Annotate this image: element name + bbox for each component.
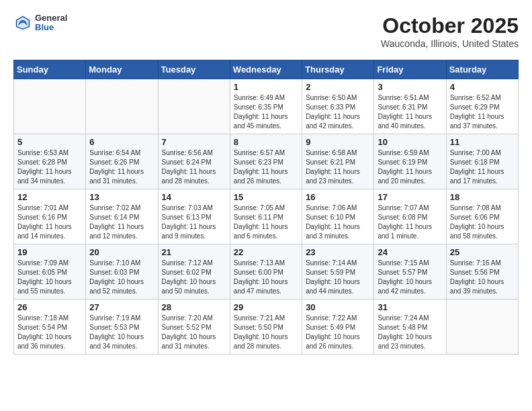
calendar-cell: 23Sunrise: 7:14 AM Sunset: 5:59 PM Dayli… — [302, 244, 374, 300]
day-info: Sunrise: 7:03 AM Sunset: 6:13 PM Dayligh… — [162, 203, 226, 241]
calendar-header-row: SundayMondayTuesdayWednesdayThursdayFrid… — [14, 60, 519, 79]
calendar-week-row: 19Sunrise: 7:09 AM Sunset: 6:05 PM Dayli… — [14, 244, 519, 300]
calendar-week-row: 12Sunrise: 7:01 AM Sunset: 6:16 PM Dayli… — [14, 189, 519, 244]
calendar-cell: 30Sunrise: 7:22 AM Sunset: 5:49 PM Dayli… — [302, 300, 374, 355]
day-number: 8 — [234, 137, 298, 147]
day-number: 27 — [89, 302, 154, 312]
day-info: Sunrise: 7:19 AM Sunset: 5:53 PM Dayligh… — [89, 314, 154, 351]
calendar-week-row: 1Sunrise: 6:49 AM Sunset: 6:35 PM Daylig… — [14, 79, 519, 134]
day-info: Sunrise: 6:58 AM Sunset: 6:21 PM Dayligh… — [306, 148, 370, 186]
calendar-table: SundayMondayTuesdayWednesdayThursdayFrid… — [13, 60, 519, 355]
day-number: 10 — [378, 137, 442, 147]
day-info: Sunrise: 6:59 AM Sunset: 6:19 PM Dayligh… — [378, 148, 442, 186]
calendar-cell: 29Sunrise: 7:21 AM Sunset: 5:50 PM Dayli… — [230, 300, 302, 355]
calendar-cell — [86, 79, 158, 134]
calendar-cell: 31Sunrise: 7:24 AM Sunset: 5:48 PM Dayli… — [374, 300, 446, 355]
logo-text: General Blue — [35, 13, 67, 33]
svg-marker-0 — [15, 15, 30, 30]
calendar-week-row: 5Sunrise: 6:53 AM Sunset: 6:28 PM Daylig… — [14, 134, 519, 189]
day-number: 28 — [162, 302, 226, 312]
day-number: 24 — [378, 247, 442, 257]
logo-icon — [13, 13, 32, 32]
calendar-cell: 15Sunrise: 7:05 AM Sunset: 6:11 PM Dayli… — [230, 189, 302, 244]
day-number: 3 — [378, 82, 442, 92]
day-number: 21 — [162, 247, 226, 257]
day-info: Sunrise: 6:51 AM Sunset: 6:31 PM Dayligh… — [378, 93, 442, 131]
calendar-cell — [446, 300, 518, 355]
column-header-tuesday: Tuesday — [158, 60, 230, 79]
location-subtitle: Wauconda, Illinois, United States — [381, 38, 519, 49]
day-number: 31 — [378, 302, 442, 312]
calendar-cell: 20Sunrise: 7:10 AM Sunset: 6:03 PM Dayli… — [86, 244, 158, 300]
calendar-cell: 8Sunrise: 6:57 AM Sunset: 6:23 PM Daylig… — [230, 134, 302, 189]
day-info: Sunrise: 7:16 AM Sunset: 5:56 PM Dayligh… — [450, 259, 515, 296]
day-info: Sunrise: 7:13 AM Sunset: 6:00 PM Dayligh… — [234, 259, 298, 296]
calendar-cell — [158, 79, 230, 134]
logo: General Blue — [13, 13, 67, 33]
day-info: Sunrise: 7:12 AM Sunset: 6:02 PM Dayligh… — [162, 259, 226, 296]
day-number: 2 — [306, 82, 370, 92]
calendar-cell: 21Sunrise: 7:12 AM Sunset: 6:02 PM Dayli… — [158, 244, 230, 300]
day-number: 29 — [234, 302, 298, 312]
logo-general-text: General — [35, 13, 67, 23]
day-number: 25 — [450, 247, 515, 257]
day-number: 1 — [234, 82, 298, 92]
calendar-cell: 6Sunrise: 6:54 AM Sunset: 6:26 PM Daylig… — [86, 134, 158, 189]
day-number: 26 — [17, 302, 82, 312]
day-info: Sunrise: 7:07 AM Sunset: 6:08 PM Dayligh… — [378, 203, 442, 241]
day-number: 13 — [89, 192, 154, 202]
day-info: Sunrise: 7:18 AM Sunset: 5:54 PM Dayligh… — [17, 314, 82, 351]
day-info: Sunrise: 7:10 AM Sunset: 6:03 PM Dayligh… — [89, 259, 154, 296]
logo-blue-text: Blue — [35, 23, 67, 32]
calendar-cell: 12Sunrise: 7:01 AM Sunset: 6:16 PM Dayli… — [14, 189, 86, 244]
calendar-cell: 17Sunrise: 7:07 AM Sunset: 6:08 PM Dayli… — [374, 189, 446, 244]
day-info: Sunrise: 7:09 AM Sunset: 6:05 PM Dayligh… — [17, 259, 82, 296]
day-number: 15 — [234, 192, 298, 202]
column-header-saturday: Saturday — [446, 60, 518, 79]
day-number: 11 — [450, 137, 515, 147]
day-info: Sunrise: 7:15 AM Sunset: 5:57 PM Dayligh… — [378, 259, 442, 296]
day-number: 17 — [378, 192, 442, 202]
day-number: 9 — [306, 137, 370, 147]
day-info: Sunrise: 7:20 AM Sunset: 5:52 PM Dayligh… — [162, 314, 226, 351]
day-number: 23 — [306, 247, 370, 257]
day-info: Sunrise: 7:06 AM Sunset: 6:10 PM Dayligh… — [306, 203, 370, 241]
day-info: Sunrise: 7:22 AM Sunset: 5:49 PM Dayligh… — [306, 314, 370, 351]
day-info: Sunrise: 7:05 AM Sunset: 6:11 PM Dayligh… — [234, 203, 298, 241]
calendar-cell: 9Sunrise: 6:58 AM Sunset: 6:21 PM Daylig… — [302, 134, 374, 189]
calendar-cell: 2Sunrise: 6:50 AM Sunset: 6:33 PM Daylig… — [302, 79, 374, 134]
day-info: Sunrise: 6:52 AM Sunset: 6:29 PM Dayligh… — [450, 93, 515, 131]
day-info: Sunrise: 7:08 AM Sunset: 6:06 PM Dayligh… — [450, 203, 515, 241]
calendar-cell: 16Sunrise: 7:06 AM Sunset: 6:10 PM Dayli… — [302, 189, 374, 244]
day-number: 20 — [89, 247, 154, 257]
calendar-cell: 26Sunrise: 7:18 AM Sunset: 5:54 PM Dayli… — [14, 300, 86, 355]
day-number: 18 — [450, 192, 515, 202]
day-info: Sunrise: 6:56 AM Sunset: 6:24 PM Dayligh… — [162, 148, 226, 186]
day-info: Sunrise: 6:54 AM Sunset: 6:26 PM Dayligh… — [89, 148, 154, 186]
calendar-cell: 18Sunrise: 7:08 AM Sunset: 6:06 PM Dayli… — [446, 189, 518, 244]
day-number: 6 — [89, 137, 154, 147]
day-number: 14 — [162, 192, 226, 202]
calendar-cell: 4Sunrise: 6:52 AM Sunset: 6:29 PM Daylig… — [446, 79, 518, 134]
day-info: Sunrise: 7:14 AM Sunset: 5:59 PM Dayligh… — [306, 259, 370, 296]
column-header-monday: Monday — [86, 60, 158, 79]
month-title: October 2025 — [381, 13, 519, 38]
calendar-cell: 25Sunrise: 7:16 AM Sunset: 5:56 PM Dayli… — [446, 244, 518, 300]
calendar-cell: 1Sunrise: 6:49 AM Sunset: 6:35 PM Daylig… — [230, 79, 302, 134]
calendar-cell: 5Sunrise: 6:53 AM Sunset: 6:28 PM Daylig… — [14, 134, 86, 189]
calendar-cell: 22Sunrise: 7:13 AM Sunset: 6:00 PM Dayli… — [230, 244, 302, 300]
day-info: Sunrise: 7:00 AM Sunset: 6:18 PM Dayligh… — [450, 148, 515, 186]
column-header-wednesday: Wednesday — [230, 60, 302, 79]
calendar-cell — [14, 79, 86, 134]
day-info: Sunrise: 7:24 AM Sunset: 5:48 PM Dayligh… — [378, 314, 442, 351]
day-number: 16 — [306, 192, 370, 202]
day-number: 4 — [450, 82, 515, 92]
day-number: 30 — [306, 302, 370, 312]
page-header: General Blue October 2025 Wauconda, Illi… — [13, 13, 519, 49]
calendar-cell: 27Sunrise: 7:19 AM Sunset: 5:53 PM Dayli… — [86, 300, 158, 355]
calendar-cell: 24Sunrise: 7:15 AM Sunset: 5:57 PM Dayli… — [374, 244, 446, 300]
calendar-cell: 13Sunrise: 7:02 AM Sunset: 6:14 PM Dayli… — [86, 189, 158, 244]
column-header-friday: Friday — [374, 60, 446, 79]
calendar-cell: 14Sunrise: 7:03 AM Sunset: 6:13 PM Dayli… — [158, 189, 230, 244]
calendar-cell: 11Sunrise: 7:00 AM Sunset: 6:18 PM Dayli… — [446, 134, 518, 189]
